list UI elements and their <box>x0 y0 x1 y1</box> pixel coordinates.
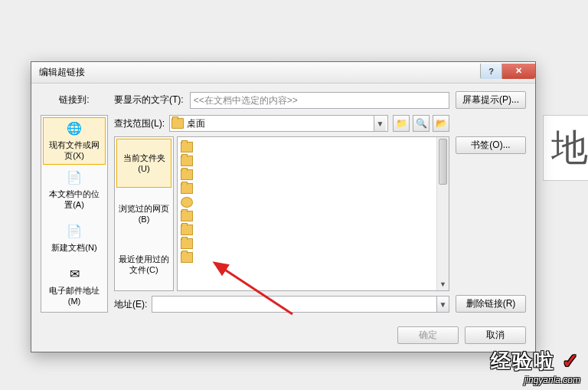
tab-recent-files[interactable]: 最近使用过的文件(C) <box>116 240 172 289</box>
linkto-box: 🌐 现有文件或网页(X) 📄 本文档中的位置(A) 📄 新建文档(N) ✉ 电子… <box>41 115 108 313</box>
linkto-existing-file[interactable]: 🌐 现有文件或网页(X) <box>43 117 106 165</box>
list-item[interactable] <box>181 168 446 182</box>
folder-icon <box>181 211 193 221</box>
dialog-body: 链接到: 要显示的文字(T): <<在文档中选定的内容>> 屏幕提示(P)...… <box>31 84 535 320</box>
linkto-label: 本文档中的位置(A) <box>45 188 103 210</box>
window-buttons: ? ✕ <box>480 64 535 79</box>
linkto-new-document[interactable]: 📄 新建文档(N) <box>43 215 106 261</box>
folder-icon <box>181 238 193 249</box>
bookmark-button[interactable]: 书签(O)... <box>456 136 526 154</box>
link-to-label: 链接到: <box>41 93 108 107</box>
list-item[interactable] <box>181 223 446 237</box>
top-row: 链接到: 要显示的文字(T): <<在文档中选定的内容>> 屏幕提示(P)... <box>41 91 526 109</box>
list-item[interactable] <box>181 209 446 223</box>
check-icon: ✓ <box>562 349 580 372</box>
list-item[interactable] <box>181 140 446 154</box>
new-doc-icon: 📄 <box>65 224 83 239</box>
address-input[interactable] <box>152 297 436 312</box>
vertical-scrollbar[interactable]: ▼ <box>436 137 449 290</box>
open-folder-icon: 📂 <box>436 118 447 129</box>
center-column: 查找范围(L): 桌面 ▼ 📁 🔍 📂 当前文件夹(U) <box>114 115 449 313</box>
folder-icon <box>181 142 193 152</box>
dialog-footer: 确定 取消 <box>31 320 535 352</box>
up-folder-button[interactable]: 📁 <box>393 115 410 132</box>
linkto-email[interactable]: ✉ 电子邮件地址(M) <box>43 263 106 310</box>
toolbar-icons: 📁 🔍 📂 <box>393 115 449 132</box>
list-item[interactable] <box>181 182 446 195</box>
lookin-label: 查找范围(L): <box>114 117 165 130</box>
folder-icon <box>181 169 193 180</box>
browse-web-button[interactable]: 🔍 <box>413 115 430 132</box>
right-buttons: 书签(O)... 删除链接(R) <box>456 115 526 313</box>
folder-icon <box>181 252 193 263</box>
file-list[interactable]: ▼ <box>177 136 449 291</box>
linkto-place-in-doc[interactable]: 📄 本文档中的位置(A) <box>43 166 106 214</box>
edit-hyperlink-dialog: 编辑超链接 ? ✕ 链接到: 要显示的文字(T): <<在文档中选定的内容>> … <box>31 61 536 352</box>
folder-icon <box>181 183 193 194</box>
browse-tabs: 当前文件夹(U) 浏览过的网页(B) 最近使用过的文件(C) <box>114 136 174 291</box>
titlebar[interactable]: 编辑超链接 ? ✕ <box>31 62 535 84</box>
linkto-panel: 🌐 现有文件或网页(X) 📄 本文档中的位置(A) 📄 新建文档(N) ✉ 电子… <box>41 115 108 313</box>
list-item[interactable] <box>181 195 446 209</box>
scrollbar-thumb[interactable] <box>439 139 447 185</box>
linkto-label: 现有文件或网页(X) <box>45 139 103 161</box>
globe-icon: 🌐 <box>65 121 83 136</box>
lookin-row: 查找范围(L): 桌面 ▼ 📁 🔍 📂 <box>114 115 449 132</box>
main-row: 🌐 现有文件或网页(X) 📄 本文档中的位置(A) 📄 新建文档(N) ✉ 电子… <box>41 115 526 313</box>
linkto-label: 新建文档(N) <box>51 242 96 253</box>
screentip-button[interactable]: 屏幕提示(P)... <box>456 91 526 109</box>
address-combo[interactable]: ▼ <box>152 296 449 313</box>
list-item[interactable] <box>181 251 446 264</box>
tab-browsed-pages[interactable]: 浏览过的网页(B) <box>116 189 172 238</box>
envelope-icon: ✉ <box>65 267 83 282</box>
search-web-icon: 🔍 <box>416 118 427 129</box>
folder-icon <box>181 156 193 166</box>
address-row: 地址(E): ▼ <box>114 296 449 313</box>
help-button[interactable]: ? <box>480 64 501 79</box>
scroll-down-icon[interactable]: ▼ <box>437 278 449 290</box>
watermark: 经验啦 ✓ jingyanla.com <box>491 348 580 385</box>
remove-link-button[interactable]: 删除链接(R) <box>456 295 526 313</box>
text-to-display-label: 要显示的文字(T): <box>114 93 184 107</box>
dialog-title: 编辑超链接 <box>39 66 480 79</box>
key-icon <box>181 197 193 208</box>
watermark-url: jingyanla.com <box>491 375 580 385</box>
list-item[interactable] <box>181 237 446 251</box>
cancel-button[interactable]: 取消 <box>465 326 526 344</box>
document-icon: 📄 <box>65 170 83 185</box>
chevron-down-icon[interactable]: ▼ <box>436 297 449 312</box>
lookin-value: 桌面 <box>187 117 371 130</box>
address-label: 地址(E): <box>114 298 147 311</box>
close-button[interactable]: ✕ <box>501 64 535 79</box>
browse-file-button[interactable]: 📂 <box>433 115 449 132</box>
text-to-display-field: <<在文档中选定的内容>> <box>190 92 449 109</box>
folder-icon <box>172 118 184 129</box>
watermark-text: 经验啦 <box>491 349 555 372</box>
linkto-label: 电子邮件地址(M) <box>45 285 103 306</box>
folder-icon <box>181 224 193 235</box>
background-doc-char: 地 <box>543 115 588 181</box>
list-item[interactable] <box>181 154 446 168</box>
ok-button[interactable]: 确定 <box>397 326 459 344</box>
browser-row: 当前文件夹(U) 浏览过的网页(B) 最近使用过的文件(C) <box>114 136 449 291</box>
up-folder-icon: 📁 <box>396 118 407 129</box>
tab-current-folder[interactable]: 当前文件夹(U) <box>116 139 172 188</box>
chevron-down-icon[interactable]: ▼ <box>374 116 386 131</box>
lookin-combo[interactable]: 桌面 ▼ <box>169 115 388 132</box>
